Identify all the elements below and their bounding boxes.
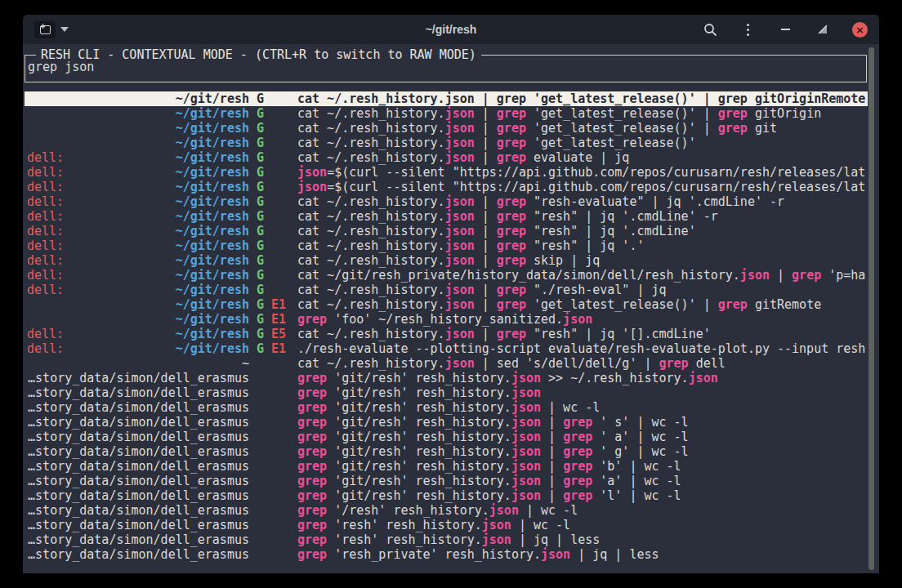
- history-row[interactable]: dell: ~/git/resh G E1 ./resh-evaluate --…: [25, 341, 868, 356]
- scrollbar[interactable]: [869, 47, 874, 570]
- row-directory: ~/git/resh: [27, 150, 249, 165]
- history-row[interactable]: dell: ~/git/resh G cat ~/git/resh_privat…: [25, 268, 868, 283]
- history-row[interactable]: ~/git/resh G E1 grep 'foo' ~/resh_histor…: [25, 312, 868, 327]
- row-flags: G E5: [249, 327, 297, 341]
- row-directory: …story_data/simon/dell_erasmus: [27, 385, 249, 400]
- history-row[interactable]: ~/git/resh G cat ~/.resh_history.json | …: [25, 121, 868, 136]
- row-command: grep 'git/resh' resh_history.json >> ~/.…: [297, 371, 868, 385]
- row-directory: ~/git/resh: [27, 106, 249, 121]
- row-directory: ~/git/resh: [27, 341, 249, 356]
- history-row[interactable]: …story_data/simon/dell_erasmus grep 'git…: [25, 474, 868, 488]
- restore-window-icon: [818, 24, 828, 34]
- history-row[interactable]: dell: ~/git/resh G cat ~/.resh_history.j…: [25, 194, 868, 209]
- row-directory: ~/git/resh: [27, 180, 249, 194]
- history-row[interactable]: dell: ~/git/resh G json=$(curl --silent …: [25, 180, 868, 194]
- history-row[interactable]: …story_data/simon/dell_erasmus grep 'git…: [25, 371, 868, 385]
- history-row[interactable]: ~/git/resh G E1 cat ~/.resh_history.json…: [25, 297, 868, 312]
- history-list: ~/git/resh G cat ~/.resh_history.json | …: [25, 91, 868, 562]
- restore-button[interactable]: [815, 21, 831, 38]
- terminal-window: ~/git/resh ×: [23, 15, 879, 573]
- kebab-menu-icon: [747, 24, 749, 36]
- row-directory: …story_data/simon/dell_erasmus: [27, 400, 249, 415]
- row-command: cat ~/.resh_history.json | grep skip | j…: [297, 253, 868, 268]
- menu-button[interactable]: [739, 21, 756, 38]
- history-row[interactable]: …story_data/simon/dell_erasmus grep 'git…: [25, 430, 868, 444]
- row-command: json=$(curl --silent "https://api.github…: [297, 165, 868, 180]
- row-flags: G: [249, 253, 297, 268]
- row-command: grep 'git/resh' resh_history.json | grep…: [297, 488, 868, 503]
- history-row[interactable]: dell: ~/git/resh G cat ~/.resh_history.j…: [25, 224, 868, 238]
- new-tab-button[interactable]: [34, 21, 56, 38]
- row-command: cat ~/.resh_history.json | grep 'get_lat…: [297, 297, 868, 312]
- row-command: grep 'git/resh' resh_history.json | grep…: [297, 415, 868, 430]
- row-command: grep 'git/resh' resh_history.json | grep…: [297, 459, 868, 474]
- row-directory: ~/git/resh: [27, 91, 249, 106]
- row-command: grep 'foo' ~/resh_history_sanitized.json: [297, 312, 868, 327]
- terminal-content: RESH CLI - CONTEXTUAL MODE - (CTRL+R to …: [23, 44, 879, 573]
- row-flags: G E1: [249, 341, 297, 356]
- row-command: grep 'git/resh' resh_history.json | grep…: [297, 474, 868, 488]
- row-directory: ~/git/resh: [27, 312, 249, 327]
- history-row[interactable]: dell: ~/git/resh G cat ~/.resh_history.j…: [25, 253, 868, 268]
- history-row[interactable]: ~/git/resh G cat ~/.resh_history.json | …: [25, 91, 868, 106]
- history-row[interactable]: …story_data/simon/dell_erasmus grep 'git…: [25, 488, 868, 503]
- row-command: cat ~/.resh_history.json | grep evaluate…: [297, 150, 868, 165]
- row-directory: ~/git/resh: [27, 136, 249, 150]
- search-icon: [703, 23, 717, 37]
- history-row[interactable]: ~ cat ~/.resh_history.json | sed 's/dell…: [25, 356, 868, 371]
- row-directory: ~/git/resh: [27, 268, 249, 283]
- row-directory: ~/git/resh: [27, 297, 249, 312]
- row-directory: …story_data/simon/dell_erasmus: [27, 459, 249, 474]
- row-flags: G: [249, 121, 297, 136]
- row-command: grep 'git/resh' resh_history.json | grep…: [297, 444, 868, 459]
- row-directory: …story_data/simon/dell_erasmus: [27, 547, 249, 562]
- row-command: cat ~/git/resh_private/history_data/simo…: [297, 268, 868, 283]
- row-flags: G: [249, 283, 297, 297]
- history-row[interactable]: dell: ~/git/resh G json=$(curl --silent …: [25, 165, 868, 180]
- row-directory: …story_data/simon/dell_erasmus: [27, 474, 249, 488]
- history-row[interactable]: ~/git/resh G cat ~/.resh_history.json | …: [25, 136, 868, 150]
- history-row[interactable]: …story_data/simon/dell_erasmus grep '/re…: [25, 503, 868, 518]
- row-flags: G E1: [249, 297, 297, 312]
- history-row[interactable]: ~/git/resh G cat ~/.resh_history.json | …: [25, 106, 868, 121]
- history-row[interactable]: …story_data/simon/dell_erasmus grep 'res…: [25, 547, 868, 562]
- row-directory: ~/git/resh: [27, 283, 249, 297]
- row-directory: ~/git/resh: [27, 238, 249, 253]
- row-directory: …story_data/simon/dell_erasmus: [27, 444, 249, 459]
- history-row[interactable]: …story_data/simon/dell_erasmus grep 'git…: [25, 444, 868, 459]
- row-directory: ~/git/resh: [27, 194, 249, 209]
- row-flags: G: [249, 91, 297, 106]
- close-button[interactable]: ×: [852, 22, 868, 38]
- row-command: grep 'resh' resh_history.json | wc -l: [297, 518, 868, 532]
- row-command: cat ~/.resh_history.json | sed 's/dell/d…: [297, 356, 868, 371]
- row-command: grep 'git/resh' resh_history.json | wc -…: [297, 400, 868, 415]
- row-flags: G: [249, 238, 297, 253]
- history-row[interactable]: …story_data/simon/dell_erasmus grep 'res…: [25, 532, 868, 547]
- history-row[interactable]: dell: ~/git/resh G cat ~/.resh_history.j…: [25, 150, 868, 165]
- history-row[interactable]: …story_data/simon/dell_erasmus grep 'git…: [25, 400, 868, 415]
- row-directory: …story_data/simon/dell_erasmus: [27, 488, 249, 503]
- history-row[interactable]: …story_data/simon/dell_erasmus grep 'git…: [25, 415, 868, 430]
- search-query-input[interactable]: grep json: [28, 60, 863, 74]
- history-row[interactable]: dell: ~/git/resh G cat ~/.resh_history.j…: [25, 238, 868, 253]
- history-row[interactable]: dell: ~/git/resh G cat ~/.resh_history.j…: [25, 283, 868, 297]
- row-directory: ~/git/resh: [27, 209, 249, 224]
- history-row[interactable]: dell: ~/git/resh G cat ~/.resh_history.j…: [25, 209, 868, 224]
- history-row[interactable]: …story_data/simon/dell_erasmus grep 'git…: [25, 385, 868, 400]
- row-command: cat ~/.resh_history.json | grep 'get_lat…: [297, 121, 868, 136]
- row-command: cat ~/.resh_history.json | grep "resh" |…: [297, 238, 868, 253]
- titlebar: ~/git/resh ×: [23, 15, 879, 44]
- history-row[interactable]: …story_data/simon/dell_erasmus grep 'res…: [25, 518, 868, 532]
- minimize-button[interactable]: [777, 21, 793, 38]
- history-row[interactable]: …story_data/simon/dell_erasmus grep 'git…: [25, 459, 868, 474]
- row-directory: …story_data/simon/dell_erasmus: [27, 415, 249, 430]
- search-button[interactable]: [702, 21, 718, 38]
- row-flags: G: [249, 165, 297, 180]
- chevron-down-icon[interactable]: [60, 27, 69, 32]
- row-directory: ~/git/resh: [27, 121, 249, 136]
- row-directory: ~: [27, 356, 249, 371]
- row-flags: G: [249, 268, 297, 283]
- row-directory: ~/git/resh: [27, 224, 249, 238]
- row-command: cat ~/.resh_history.json | grep "resh" |…: [297, 327, 868, 341]
- history-row[interactable]: dell: ~/git/resh G E5 cat ~/.resh_histor…: [25, 327, 868, 341]
